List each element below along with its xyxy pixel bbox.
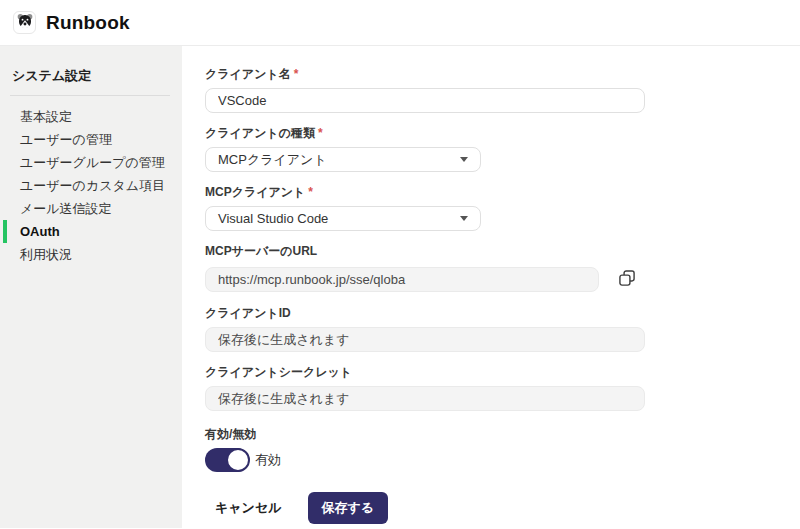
required-asterisk: *: [318, 126, 323, 140]
app-header: Runbook: [0, 0, 800, 46]
client-name-label: クライアント名*: [205, 67, 776, 81]
sidebar-divider: [10, 95, 170, 96]
client-type-label: クライアントの種類*: [205, 126, 776, 140]
mcp-client-selected-value: Visual Studio Code: [218, 211, 328, 226]
client-secret-input: [205, 386, 645, 411]
chevron-down-icon: [460, 216, 468, 221]
mcp-client-select[interactable]: Visual Studio Code: [205, 206, 481, 231]
copy-icon: [617, 268, 637, 291]
client-id-label: クライアントID: [205, 306, 776, 320]
app-logo[interactable]: [13, 11, 36, 34]
client-name-input[interactable]: [205, 88, 645, 113]
chevron-down-icon: [460, 157, 468, 162]
client-type-selected-value: MCPクライアント: [218, 151, 327, 169]
required-asterisk: *: [294, 67, 299, 81]
dog-mascot-icon: [17, 13, 33, 33]
app-title: Runbook: [46, 12, 130, 34]
mcp-server-url-input: [205, 267, 599, 292]
copy-url-button[interactable]: [613, 265, 641, 293]
cancel-button[interactable]: キャンセル: [205, 493, 294, 523]
mcp-client-label: MCPクライアント*: [205, 185, 776, 199]
sidebar-item-usage[interactable]: 利用状況: [0, 243, 182, 266]
save-button[interactable]: 保存する: [308, 492, 389, 524]
sidebar-item-oauth[interactable]: OAuth: [3, 220, 182, 243]
mcp-server-url-label: MCPサーバーのURL: [205, 244, 776, 258]
toggle-knob: [226, 448, 250, 472]
sidebar: システム設定 基本設定 ユーザーの管理 ユーザーグループの管理 ユーザーのカスタ…: [0, 46, 182, 528]
sidebar-heading: システム設定: [0, 46, 182, 95]
client-secret-label: クライアントシークレット: [205, 365, 776, 379]
oauth-client-form: クライアント名* クライアントの種類* MCPクライアント MCPクライアント*…: [182, 46, 800, 528]
client-type-select[interactable]: MCPクライアント: [205, 147, 481, 172]
sidebar-item-user-custom-fields[interactable]: ユーザーのカスタム項目: [0, 174, 182, 197]
enabled-label: 有効/無効: [205, 427, 776, 441]
sidebar-item-basic-settings[interactable]: 基本設定: [0, 105, 182, 128]
required-asterisk: *: [308, 185, 313, 199]
client-id-input: [205, 327, 645, 352]
enabled-state-label: 有効: [255, 451, 281, 469]
enabled-toggle[interactable]: [205, 448, 249, 472]
sidebar-item-user-management[interactable]: ユーザーの管理: [0, 128, 182, 151]
sidebar-item-mail-settings[interactable]: メール送信設定: [0, 197, 182, 220]
sidebar-item-user-group-management[interactable]: ユーザーグループの管理: [0, 151, 182, 174]
